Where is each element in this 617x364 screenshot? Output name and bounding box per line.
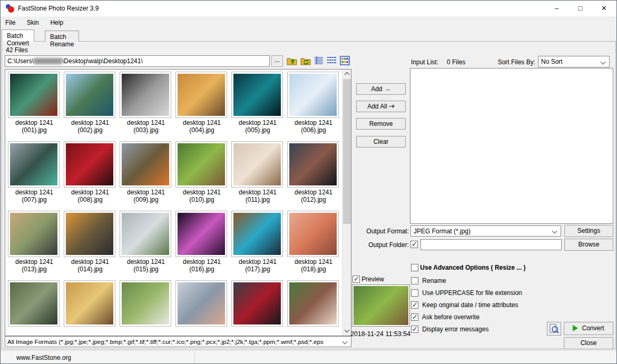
thumbnail-cell[interactable] xyxy=(8,280,61,328)
remove-button[interactable]: Remove xyxy=(356,118,406,130)
preview-checkbox[interactable] xyxy=(352,276,360,283)
thumbnail-image[interactable] xyxy=(66,282,113,324)
thumbnail-cell[interactable]: desktop 1241 (009).jpg xyxy=(120,141,172,203)
thumbnail-image[interactable] xyxy=(289,213,337,255)
statusbar-site-link[interactable]: www.FastStone.org xyxy=(16,354,71,361)
scrollbar-thumb[interactable] xyxy=(343,79,351,224)
thumbnail-image[interactable] xyxy=(122,74,169,116)
thumbnail-cell[interactable] xyxy=(120,280,172,328)
thumbnail-image-frame[interactable] xyxy=(120,141,171,188)
thumbnail-image[interactable] xyxy=(10,74,57,116)
thumbnail-image[interactable] xyxy=(10,282,57,324)
thumbnail-image-frame[interactable] xyxy=(287,211,339,257)
thumbnail-image-frame[interactable] xyxy=(120,72,171,118)
thumbnail-view-button[interactable] xyxy=(340,56,350,66)
option-row[interactable]: Keep original date / time attributes xyxy=(411,301,522,313)
thumbnail-image[interactable] xyxy=(10,143,57,185)
advanced-options-row[interactable]: Use Advanced Options ( Resize ... ) xyxy=(411,264,526,271)
thumbnail-image[interactable] xyxy=(122,282,169,324)
thumbnail-image[interactable] xyxy=(233,74,281,116)
thumbnail-cell[interactable]: desktop 1241 (014).jpg xyxy=(64,211,116,273)
thumbnail-image-frame[interactable] xyxy=(120,211,171,257)
thumbnail-cell[interactable]: desktop 1241 (005).jpg xyxy=(231,72,284,134)
tab-batch-convert[interactable]: Batch Convert xyxy=(2,29,34,42)
thumbnail-image-frame[interactable] xyxy=(287,141,339,188)
thumbnail-image[interactable] xyxy=(122,213,169,255)
thumbnail-image-frame[interactable] xyxy=(8,280,60,327)
thumbnail-cell[interactable]: desktop 1241 (001).jpg xyxy=(8,72,61,134)
option-checkbox[interactable] xyxy=(411,277,418,284)
grid-scrollbar[interactable] xyxy=(342,70,351,336)
thumbnail-image-frame[interactable] xyxy=(8,72,60,118)
path-input[interactable]: C:\Users\\Desktop\walp\Desktop1241\ xyxy=(5,55,270,67)
thumbnail-image[interactable] xyxy=(289,74,337,116)
thumbnail-image-frame[interactable] xyxy=(175,72,227,118)
thumbnail-cell[interactable]: desktop 1241 (017).jpg xyxy=(231,211,284,273)
thumbnail-cell[interactable]: desktop 1241 (006).jpg xyxy=(287,72,340,134)
thumbnail-cell[interactable] xyxy=(231,280,284,328)
thumbnail-image-frame[interactable] xyxy=(8,141,60,188)
option-row[interactable]: Ask before overwrite xyxy=(411,313,522,326)
folder-up-button[interactable] xyxy=(287,56,297,66)
thumbnail-image[interactable] xyxy=(178,282,225,324)
scroll-up-button[interactable] xyxy=(342,70,351,78)
preview-zoom-button[interactable] xyxy=(547,322,561,336)
thumbnail-cell[interactable]: desktop 1241 (012).jpg xyxy=(287,141,340,203)
option-row[interactable]: Rename xyxy=(411,277,522,289)
thumbnail-image[interactable] xyxy=(178,213,225,255)
thumbnail-cell[interactable]: desktop 1241 (013).jpg xyxy=(8,211,61,273)
thumbnail-cell[interactable]: desktop 1241 (011).jpg xyxy=(231,141,284,203)
sort-select[interactable]: No Sort xyxy=(538,56,610,67)
thumbnail-cell[interactable]: desktop 1241 (010).jpg xyxy=(175,141,228,203)
thumbnail-cell[interactable]: desktop 1241 (008).jpg xyxy=(64,141,116,203)
details-view-button[interactable] xyxy=(314,56,325,66)
thumbnail-image-frame[interactable] xyxy=(287,72,339,118)
tab-batch-rename[interactable]: Batch Rename xyxy=(45,31,79,42)
thumbnail-image[interactable] xyxy=(122,143,169,185)
thumbnail-image-frame[interactable] xyxy=(231,72,283,118)
close-button[interactable]: Close xyxy=(564,337,613,349)
menu-item-file[interactable]: File xyxy=(1,16,20,29)
thumbnail-image-frame[interactable] xyxy=(175,280,227,327)
maximize-button[interactable]: □ xyxy=(569,1,592,16)
thumbnail-image-frame[interactable] xyxy=(64,72,115,118)
thumbnail-image-frame[interactable] xyxy=(64,211,115,257)
thumbnail-image[interactable] xyxy=(66,143,113,185)
thumbnail-image[interactable] xyxy=(66,74,113,116)
thumbnail-image-frame[interactable] xyxy=(231,141,283,188)
thumbnail-cell[interactable] xyxy=(287,280,340,328)
minimize-button[interactable]: – xyxy=(545,1,569,16)
thumbnail-image[interactable] xyxy=(178,143,225,185)
add-all-button[interactable]: Add All ⇢ xyxy=(356,101,406,112)
thumbnail-cell[interactable]: desktop 1241 (016).jpg xyxy=(175,211,228,273)
thumbnail-image[interactable] xyxy=(289,143,337,185)
thumbnail-image[interactable] xyxy=(289,282,337,324)
thumbnail-cell[interactable] xyxy=(175,280,228,328)
settings-button[interactable]: Settings xyxy=(564,225,613,237)
option-checkbox[interactable] xyxy=(411,301,418,309)
option-row[interactable]: Use UPPERCASE for file extension xyxy=(411,289,522,301)
thumbnail-image[interactable] xyxy=(233,282,281,324)
input-file-list[interactable] xyxy=(410,68,613,224)
output-format-select[interactable]: JPEG Format (*.jpg) xyxy=(410,225,561,237)
thumbnail-cell[interactable]: desktop 1241 (015).jpg xyxy=(120,211,172,273)
option-row[interactable]: Display error messages xyxy=(411,326,522,338)
thumbnail-cell[interactable] xyxy=(64,280,116,328)
thumbnail-image[interactable] xyxy=(233,143,281,185)
thumbnail-image-frame[interactable] xyxy=(120,280,171,327)
thumbnail-cell[interactable]: desktop 1241 (004).jpg xyxy=(175,72,228,134)
preview-row[interactable]: Preview xyxy=(352,276,384,283)
menu-item-help[interactable]: Help xyxy=(45,16,68,29)
format-filter-select[interactable]: All Image Formats (*.jpg;*.jpe;*.jpeg;*.… xyxy=(5,336,351,347)
menu-item-skin[interactable]: Skin xyxy=(22,16,44,29)
clear-button[interactable]: Clear xyxy=(356,136,406,147)
output-folder-checkbox[interactable] xyxy=(410,241,418,248)
option-checkbox[interactable] xyxy=(411,289,418,297)
add-button[interactable]: Add → xyxy=(356,83,406,95)
thumbnail-image-frame[interactable] xyxy=(175,141,227,188)
convert-button[interactable]: Convert xyxy=(564,322,613,335)
list-view-button[interactable] xyxy=(327,56,337,66)
advanced-options-checkbox[interactable] xyxy=(411,264,418,271)
thumbnail-cell[interactable]: desktop 1241 (003).jpg xyxy=(120,72,172,134)
thumbnail-cell[interactable]: desktop 1241 (007).jpg xyxy=(8,141,61,203)
